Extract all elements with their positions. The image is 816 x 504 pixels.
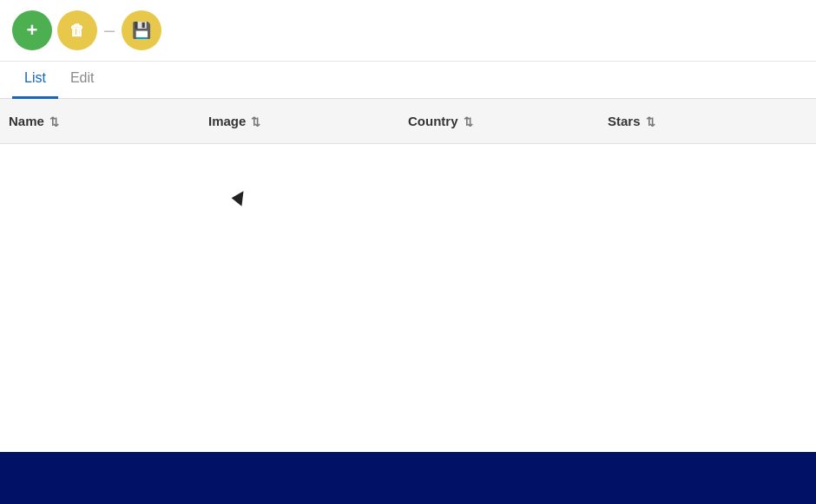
column-name-label: Name xyxy=(9,114,44,128)
save-button[interactable]: 💾 xyxy=(122,10,161,50)
save-icon: 💾 xyxy=(132,21,151,40)
toolbar: + 🗑 – 💾 xyxy=(0,0,816,62)
delete-icon: 🗑 xyxy=(69,22,85,40)
column-header-name[interactable]: Name xyxy=(9,114,208,128)
table-area: Name Image Country Stars xyxy=(0,99,816,452)
sort-icon-stars[interactable] xyxy=(646,114,655,128)
delete-button[interactable]: 🗑 xyxy=(57,10,97,50)
column-image-label: Image xyxy=(208,114,246,128)
separator: – xyxy=(104,19,115,42)
tab-list[interactable]: List xyxy=(12,62,58,99)
column-stars-label: Stars xyxy=(608,114,641,128)
cursor-indicator xyxy=(232,191,248,209)
table-body xyxy=(0,144,816,452)
footer xyxy=(0,452,816,504)
sort-icon-image[interactable] xyxy=(251,114,260,128)
column-header-image[interactable]: Image xyxy=(208,114,408,128)
sort-icon-country[interactable] xyxy=(464,114,473,128)
add-icon: + xyxy=(27,19,38,42)
sort-icon-name[interactable] xyxy=(49,114,59,128)
column-header-stars[interactable]: Stars xyxy=(608,114,781,128)
column-country-label: Country xyxy=(408,114,458,128)
tab-edit[interactable]: Edit xyxy=(58,62,107,99)
table-header: Name Image Country Stars xyxy=(0,99,816,144)
column-header-country[interactable]: Country xyxy=(408,114,608,128)
tabs-bar: List Edit xyxy=(0,62,816,99)
add-button[interactable]: + xyxy=(12,10,52,50)
